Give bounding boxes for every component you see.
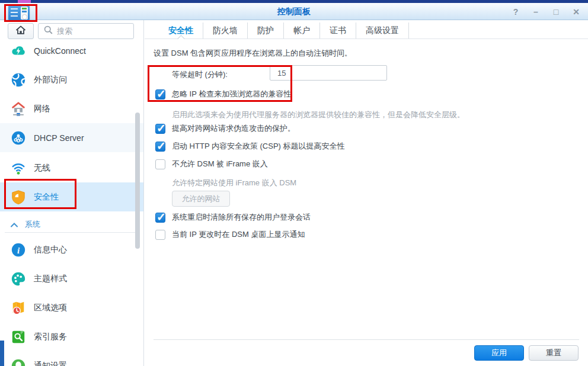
sidebar-item-external-access[interactable]: 外部访问 [0,65,143,94]
checkbox-row-ip-change-notify: 当前 IP 更改时在 DSM 桌面上显示通知 [155,229,305,240]
wifi-icon [11,160,26,176]
icon-bar-green [22,8,27,9]
checkbox-label: 忽略 IP 检查来加强浏览器的兼容性 [172,89,291,99]
sidebar-divider [5,232,138,233]
globe-icon [11,72,26,88]
notification-icon [11,358,26,366]
sidebar-item-info-center[interactable]: i 信息中心 [0,235,143,264]
checkbox-row-iframe: 不允许 DSM 被 iFrame 嵌入 [155,159,268,169]
sidebar-item-notification[interactable]: 通知设置 [0,351,143,366]
checkbox-row-csrf: 提高对跨网站请求伪造攻击的保护。 [155,123,295,134]
theme-palette-icon [11,271,26,287]
tab-firewall[interactable]: 防火墙 [203,23,248,38]
sidebar-item-label: 区域选项 [34,303,67,313]
checkbox-csrf[interactable] [155,124,165,134]
sidebar-item-index-service[interactable]: 索引服务 [0,322,143,351]
close-icon[interactable]: ✕ [570,7,582,17]
checkbox-row-ignore-ip: 忽略 IP 检查来加强浏览器的兼容性 [155,89,291,99]
titlebar[interactable]: 控制面板 ? – □ ✕ [0,3,588,20]
checkbox-label: 系统重启时清除所有保存的用户登录会话 [172,212,311,223]
sidebar-section-label: 系统 [25,219,40,230]
chevron-up-icon [11,220,18,229]
sidebar-item-label: 主题样式 [34,274,67,284]
sidebar: QuickConnect 外部访问 网络 DHCP Server 无线 [0,20,144,366]
sidebar-item-regional[interactable]: 区域选项 [0,293,143,322]
proxy-compatibility-note: 启用此选项来会为使用代理服务器的浏览器提供较佳的兼容性，但是会降低安全层级。 [172,110,465,120]
control-panel-window: 控制面板 ? – □ ✕ [0,0,588,366]
checkbox-label: 当前 IP 更改时在 DSM 桌面上显示通知 [172,229,305,240]
checkbox-clear-sessions[interactable] [155,213,165,223]
icon-slider-line [11,12,18,13]
tab-bar: 安全性 防火墙 防护 帐户 证书 高级设置 [159,23,409,38]
timeout-label: 等候超时 (分钟): [172,69,228,80]
icon-slider-line [11,15,18,17]
checkbox-row-csp: 启动 HTTP 内容安全政策 (CSP) 标题以提高安全性 [155,141,345,152]
footer-divider [154,339,579,340]
quickconnect-cloud-icon [11,43,26,59]
network-house-icon [11,101,26,117]
sidebar-item-label: 无线 [34,163,50,174]
checkbox-csp[interactable] [155,142,165,152]
info-icon: i [11,242,26,258]
regional-options-icon [11,300,26,316]
checkbox-row-clear-sessions: 系统重启时清除所有保存的用户登录会话 [155,212,311,223]
tab-protection[interactable]: 防护 [248,23,284,38]
sidebar-item-label: 通知设置 [34,361,67,366]
tab-certificate[interactable]: 证书 [320,23,356,38]
iframe-note: 允许特定网站使用 iFrame 嵌入 DSM [172,178,296,188]
sidebar-item-label: QuickConnect [34,46,86,56]
sidebar-item-wireless[interactable]: 无线 [0,153,143,182]
sidebar-scrollbar[interactable] [135,113,140,249]
checkbox-iframe[interactable] [155,159,165,169]
sidebar-item-label: 索引服务 [34,332,67,342]
tab-divider-line [145,38,588,39]
checkbox-ignore-ip[interactable] [155,89,165,99]
help-icon[interactable]: ? [510,7,522,17]
sidebar-item-label: 网络 [34,104,50,114]
apply-button[interactable]: 应用 [474,345,524,361]
sidebar-section-system[interactable]: 系统 [11,218,40,231]
reset-button[interactable]: 重置 [529,345,579,361]
checkbox-ip-change-notify[interactable] [155,230,165,240]
sidebar-item-label: 信息中心 [34,245,67,255]
icon-bar-blue [22,11,27,12]
sidebar-item-label: 外部访问 [34,75,67,85]
maximize-icon[interactable]: □ [550,7,562,17]
checkbox-label: 提高对跨网站请求伪造攻击的保护。 [172,123,295,134]
content-panel: 安全性 防火墙 防护 帐户 证书 高级设置 设置 DSM 包含网页应用程序在浏览… [145,20,588,366]
search-input[interactable] [57,27,122,36]
sidebar-item-security[interactable]: 安全性 [0,182,143,211]
sidebar-item-label: 安全性 [34,192,59,203]
index-service-icon [11,329,26,345]
allowed-sites-button[interactable]: 允许的网站 [172,191,230,207]
sidebar-item-network[interactable]: 网络 [0,94,143,123]
search-icon [43,25,53,37]
security-shield-icon [11,190,26,205]
tab-advanced[interactable]: 高级设置 [356,23,409,38]
control-panel-app-icon [8,5,30,21]
minimize-icon[interactable]: – [530,7,542,17]
sidebar-item-theme[interactable]: 主题样式 [0,264,143,293]
dhcp-server-icon [11,130,26,146]
icon-knob [22,14,27,20]
tab-account[interactable]: 帐户 [284,23,320,38]
window-controls: ? – □ ✕ [510,3,582,20]
desktop-bottom-strip [0,341,4,366]
window-title: 控制面板 [0,3,588,20]
sidebar-item-quickconnect[interactable]: QuickConnect [0,36,143,65]
checkbox-label: 不允许 DSM 被 iFrame 嵌入 [172,159,268,169]
sidebar-item-dhcp-server[interactable]: DHCP Server [0,123,143,152]
checkbox-label: 启动 HTTP 内容安全政策 (CSP) 标题以提高安全性 [172,141,345,152]
section-description: 设置 DSM 包含网页应用程序在浏览器上的自动注销时间。 [154,48,352,59]
timeout-input[interactable] [270,65,387,81]
icon-slider-line [11,8,18,9]
sidebar-item-label: DHCP Server [34,133,84,143]
